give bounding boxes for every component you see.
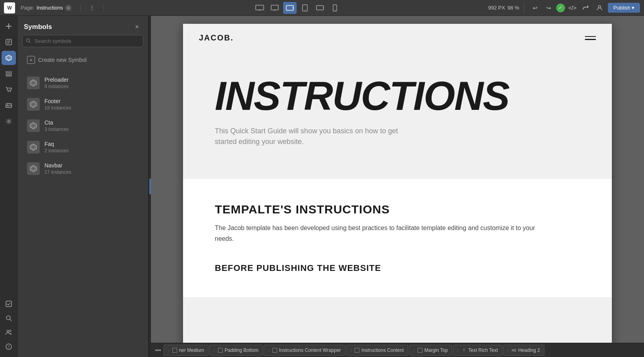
svg-point-13 — [335, 10, 335, 10]
svg-point-9 — [305, 10, 305, 10]
symbol-icon-faq — [27, 141, 40, 154]
svg-point-7 — [292, 8, 293, 8]
breadcrumb-item-4[interactable]: › Margin Top — [409, 345, 452, 356]
breadcrumb-item-2[interactable]: › Instructions Content Wrapper — [264, 345, 345, 356]
code-editor-button[interactable]: </> — [567, 2, 578, 13]
rail-settings-button[interactable] — [2, 114, 16, 129]
main-layout: ? Symbols × + Create new Symbol — [0, 16, 644, 357]
svg-marker-43 — [31, 102, 35, 106]
breadcrumb-item-0[interactable]: › ner Medium — [164, 345, 208, 356]
share-button[interactable] — [580, 2, 592, 13]
panel-close-button[interactable]: × — [132, 22, 142, 32]
device-mobile-button[interactable] — [328, 2, 342, 14]
create-symbol-button[interactable]: + Create new Symbol — [21, 52, 145, 68]
symbol-count-cta: 3 instances — [44, 127, 69, 132]
device-tablet-landscape-button[interactable] — [283, 2, 297, 14]
rail-pages-button[interactable] — [2, 35, 16, 49]
rail-search-button[interactable] — [2, 311, 16, 325]
symbol-name-preloader: Preloader — [44, 77, 69, 83]
rail-cms-button[interactable] — [2, 67, 16, 81]
svg-rect-0 — [256, 5, 264, 10]
site-content-title: TEMPALTE'S INSTRUCTIONS — [215, 203, 580, 216]
search-box — [22, 35, 143, 47]
breadcrumb-label-3: Instructions Content — [361, 347, 404, 353]
breadcrumb-more-button[interactable]: ••• — [152, 345, 164, 356]
svg-point-27 — [10, 91, 10, 92]
breadcrumb-item-6[interactable]: › H2 Heading 2 — [503, 345, 544, 356]
device-desktop-button[interactable] — [268, 2, 282, 14]
site-hero: INSTRUCTIONS This Quick Start Guide will… — [183, 52, 612, 179]
app-logo: W — [4, 2, 15, 13]
site-content-text: The Jacob template has been developed us… — [215, 223, 540, 244]
toolbar-divider-2 — [104, 4, 104, 12]
breadcrumb-item-3[interactable]: › Instructions Content — [346, 345, 408, 356]
rail-tasks-button[interactable] — [2, 297, 16, 311]
device-mobile-landscape-button[interactable] — [313, 2, 327, 14]
symbol-count-faq: 2 instances — [44, 148, 69, 154]
svg-rect-24 — [6, 73, 12, 75]
canvas-container[interactable]: JACOB. INSTRUCTIONS This Quick Start Gui… — [151, 16, 644, 343]
page-name[interactable]: Instructions — [37, 5, 63, 11]
rail-help-button[interactable]: ? — [2, 340, 16, 354]
symbol-item-footer[interactable]: Footer 18 instances — [21, 94, 145, 115]
svg-line-39 — [29, 42, 31, 43]
svg-rect-25 — [6, 75, 12, 76]
symbols-panel: Symbols × + Create new Symbol Preloader — [17, 16, 148, 357]
page-indicator: ● — [65, 5, 71, 11]
search-input[interactable] — [22, 35, 143, 47]
breadcrumb-h2-prefix: H2 — [512, 348, 517, 352]
breadcrumb-item-1[interactable]: › Padding Bottom — [209, 345, 263, 356]
symbol-item-cta[interactable]: Cta 3 instances — [21, 115, 145, 136]
rail-add-button[interactable] — [2, 19, 16, 33]
symbol-count-preloader: 9 instances — [44, 84, 69, 89]
symbol-count-footer: 18 instances — [44, 105, 71, 111]
site-content-section2: BEFORE PUBLISHING THE WEBSITE — [215, 263, 580, 273]
rail-bottom-icons: ? — [2, 297, 16, 354]
top-toolbar: W Page: Instructions ● ⋮ 992 PX 98 % — [0, 0, 644, 16]
breadcrumb-icon-4 — [418, 348, 422, 353]
account-button[interactable] — [594, 2, 605, 13]
search-icon — [26, 38, 31, 44]
breadcrumb-label-1: Padding Bottom — [225, 347, 258, 353]
svg-point-34 — [7, 330, 9, 332]
svg-marker-47 — [31, 145, 35, 149]
breadcrumb-icon-2 — [272, 348, 277, 353]
svg-point-29 — [7, 104, 8, 106]
breadcrumb-item-5[interactable]: › T Text Rich Text — [453, 345, 502, 356]
breadcrumb-label-0: ner Medium — [179, 347, 204, 353]
device-desktop-full-button[interactable] — [253, 2, 266, 14]
undo-button[interactable]: ↩ — [529, 2, 541, 13]
site-section2-title: BEFORE PUBLISHING THE WEBSITE — [215, 263, 580, 273]
breadcrumb-icon-0 — [172, 348, 177, 353]
symbol-item-navbar[interactable]: Navbar 17 instances — [21, 158, 145, 179]
rail-symbols-button[interactable] — [2, 51, 16, 65]
symbol-item-preloader[interactable]: Preloader 9 instances — [21, 73, 145, 93]
symbol-icon-preloader — [27, 77, 40, 89]
panel-header: Symbols × — [17, 16, 148, 35]
rail-users-button[interactable] — [2, 325, 16, 340]
symbol-name-footer: Footer — [44, 98, 71, 104]
rail-media-button[interactable] — [2, 98, 16, 113]
more-options-button[interactable]: ⋮ — [85, 2, 99, 14]
canvas-width: 992 PX — [488, 5, 505, 11]
device-toolbar — [109, 2, 486, 14]
rail-ecommerce-button[interactable] — [2, 83, 16, 97]
breadcrumb-label-6: Heading 2 — [518, 347, 540, 353]
canvas-frame: JACOB. INSTRUCTIONS This Quick Start Gui… — [183, 24, 612, 343]
redo-button[interactable]: ↪ — [543, 2, 555, 13]
publish-button[interactable]: Publish ▾ — [608, 3, 640, 13]
symbol-icon-cta — [27, 119, 40, 132]
panel-resize-handle[interactable] — [148, 16, 151, 357]
symbol-item-faq[interactable]: Faq 2 instances — [21, 137, 145, 157]
svg-point-35 — [10, 330, 11, 332]
device-tablet-portrait-button[interactable] — [298, 2, 312, 14]
svg-point-32 — [6, 316, 10, 320]
breadcrumb-label-5: Text Rich Text — [469, 347, 498, 353]
symbols-list: Preloader 9 instances Footer 18 instance… — [17, 71, 148, 357]
site-hamburger-icon — [585, 36, 596, 40]
svg-text:?: ? — [8, 344, 10, 349]
breadcrumb-icon-1 — [218, 348, 223, 353]
save-status: ✓ — [556, 4, 565, 12]
breadcrumb-bar: ••• › ner Medium › Padding Bottom › Inst… — [151, 343, 644, 357]
svg-marker-45 — [31, 124, 35, 128]
